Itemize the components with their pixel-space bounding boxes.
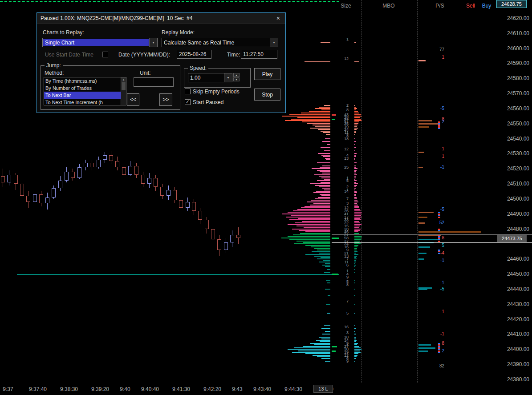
chevron-down-icon[interactable] bbox=[149, 38, 157, 47]
close-icon[interactable]: × bbox=[275, 15, 282, 22]
scroll-up-icon[interactable]: ▲ bbox=[121, 77, 126, 82]
skip-empty-periods-checkbox[interactable] bbox=[185, 89, 191, 94]
time-field[interactable] bbox=[241, 50, 277, 59]
unit-field[interactable] bbox=[134, 77, 174, 87]
volume-profile-bar bbox=[318, 153, 330, 154]
price-scale-label: 24410.00 bbox=[495, 331, 529, 337]
volume-profile-bar bbox=[316, 340, 330, 341]
candle-body bbox=[167, 190, 171, 196]
bar-profile-bar bbox=[354, 349, 361, 350]
dialog-titlebar[interactable]: Paused 1.00X: MNQZ25-CME[M]/MNQZ99-CME[M… bbox=[37, 13, 285, 24]
mbo-bar bbox=[418, 222, 425, 224]
price-scale-label: 24440.00 bbox=[495, 286, 529, 292]
speed-group-label: Speed: bbox=[188, 65, 208, 71]
candle-body bbox=[45, 198, 49, 204]
mbo-bar bbox=[418, 126, 429, 128]
pulling-stacking-value: -1 bbox=[431, 309, 444, 314]
listbox-scrollbar[interactable]: ▲ bbox=[121, 77, 126, 105]
mbo-bar bbox=[418, 289, 427, 290]
trade-mark bbox=[438, 230, 440, 231]
bar-profile-bar bbox=[354, 282, 355, 283]
bar-profile-bar bbox=[354, 231, 358, 232]
charts-to-replay-combobox[interactable]: Single Chart bbox=[42, 38, 158, 47]
volume-profile-bar bbox=[316, 191, 330, 192]
column-separator bbox=[417, 0, 418, 383]
price-scale-label: 24450.00 bbox=[495, 271, 529, 277]
chevron-down-icon[interactable] bbox=[224, 73, 232, 82]
time-label: Time: bbox=[227, 52, 240, 58]
bar-profile-bar bbox=[354, 355, 357, 356]
bar-profile-bar bbox=[354, 245, 358, 246]
bar-profile-bar bbox=[354, 138, 355, 139]
date-field[interactable] bbox=[177, 50, 211, 59]
bar-profile-bar bbox=[354, 186, 356, 187]
method-item[interactable]: By Number of Trades bbox=[44, 85, 126, 92]
volume-profile-bar bbox=[322, 165, 330, 166]
time-scale-label: 9:44:30 bbox=[278, 386, 309, 392]
volume-profile-bar bbox=[309, 111, 330, 112]
volume-profile-bar bbox=[313, 203, 330, 204]
start-paused-checkbox[interactable] bbox=[185, 99, 191, 105]
volume-profile-bar bbox=[307, 202, 330, 202]
bar-profile-bar bbox=[354, 343, 358, 344]
bar-profile-bar bbox=[354, 280, 355, 281]
time-axis-badge: 13 L bbox=[313, 385, 333, 393]
pulling-stacking-value: -5 bbox=[431, 286, 444, 291]
use-start-datetime-checkbox[interactable] bbox=[102, 52, 108, 57]
bar-profile-bar bbox=[354, 344, 357, 345]
volume-profile-bar bbox=[319, 107, 330, 108]
candle-body bbox=[90, 163, 94, 167]
bar-profile-bar bbox=[354, 233, 359, 234]
speed-combobox[interactable]: 1.00 bbox=[188, 73, 232, 82]
candle-body bbox=[236, 235, 240, 238]
volume-profile-bar bbox=[293, 234, 330, 235]
volume-profile-bar bbox=[321, 42, 330, 43]
candle-body bbox=[217, 239, 221, 250]
candle-body bbox=[173, 190, 177, 201]
scrollbar-thumb[interactable] bbox=[122, 82, 126, 90]
volume-profile-bar bbox=[291, 215, 330, 216]
volume-profile-bar bbox=[293, 210, 330, 211]
method-item[interactable]: To Next Time Increment (h bbox=[44, 99, 126, 105]
jump-back-button[interactable]: << bbox=[127, 93, 139, 106]
volume-profile-bar bbox=[321, 195, 330, 196]
price-scale-label: 24570.00 bbox=[495, 90, 529, 97]
bar-profile-bar bbox=[354, 351, 360, 351]
volume-profile-bar bbox=[288, 349, 330, 350]
method-item[interactable]: To Next Bar bbox=[44, 92, 126, 99]
mbo-bar bbox=[418, 351, 428, 352]
size-value: 7 bbox=[335, 299, 349, 303]
stop-button[interactable]: Stop bbox=[254, 89, 280, 101]
column-header-ps: P/S bbox=[430, 3, 450, 9]
replay-dialog[interactable]: Paused 1.00X: MNQZ25-CME[M]/MNQZ99-CME[M… bbox=[37, 12, 286, 113]
price-scale-label: 24530.00 bbox=[495, 150, 529, 157]
play-button[interactable]: Play bbox=[254, 68, 280, 80]
volume-profile-bar bbox=[289, 114, 330, 115]
column-header-buy: Buy bbox=[480, 3, 493, 9]
price-scale-label: 24540.00 bbox=[495, 136, 529, 142]
mbo-bar bbox=[418, 167, 423, 168]
bar-profile-bar bbox=[354, 105, 355, 106]
volume-profile-bar bbox=[282, 214, 330, 214]
candle-body bbox=[141, 175, 145, 184]
bar-profile-bar bbox=[354, 108, 357, 109]
method-item[interactable]: By Time (hh:mm:ss.ms) bbox=[44, 77, 126, 85]
volume-profile-bar bbox=[327, 282, 330, 283]
pulling-stacking-value: -1 bbox=[431, 331, 444, 336]
bar-profile-bar bbox=[354, 214, 361, 214]
bar-profile-bar bbox=[354, 121, 359, 122]
volume-profile-bar bbox=[303, 346, 330, 347]
delta-bar bbox=[332, 119, 335, 120]
chevron-down-icon[interactable] bbox=[270, 38, 278, 47]
mbo-bar bbox=[418, 120, 432, 121]
jump-method-listbox[interactable]: By Time (hh:mm:ss.ms)By Number of Trades… bbox=[44, 77, 126, 105]
speed-decrease-icon[interactable] bbox=[233, 77, 240, 81]
bar-profile-bar bbox=[354, 129, 357, 130]
speed-increase-icon[interactable] bbox=[233, 73, 240, 77]
replay-mode-combobox[interactable]: Calculate Same as Real Time bbox=[162, 38, 278, 47]
charts-to-replay-label: Charts to Replay: bbox=[43, 29, 84, 36]
bar-profile-bar bbox=[354, 210, 361, 211]
replay-mode-value: Calculate Same as Real Time bbox=[162, 38, 270, 47]
jump-forward-button[interactable]: >> bbox=[159, 93, 172, 106]
candle-body bbox=[128, 166, 132, 175]
